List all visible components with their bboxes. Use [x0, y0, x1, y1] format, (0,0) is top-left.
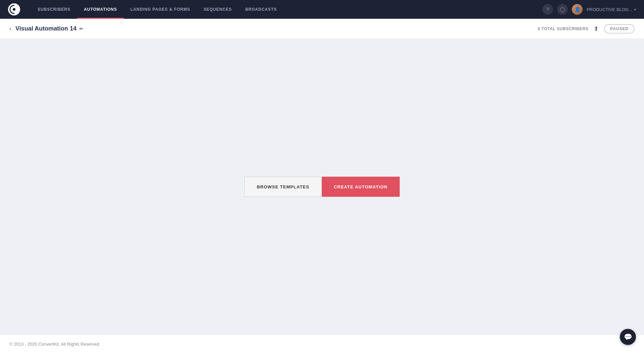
avatar[interactable]: 👤 [572, 4, 583, 15]
page-title: Visual Automation 14 [15, 25, 77, 32]
nav-automations[interactable]: AUTOMATIONS [77, 0, 124, 19]
subscribers-count: 0 TOTAL SUBSCRIBERS [538, 26, 588, 31]
page-title-container: Visual Automation 14 ✏ [15, 25, 83, 32]
chat-widget[interactable]: 💬 [620, 329, 636, 345]
nav-broadcasts[interactable]: BROADCASTS [239, 0, 284, 19]
create-automation-button[interactable]: CREATE AUTOMATION [322, 177, 400, 197]
avatar-image: 👤 [572, 4, 583, 15]
account-name: PRODUCTIVE BLOG... [587, 7, 632, 12]
nav-right: ? ◯ 👤 PRODUCTIVE BLOG... ▾ [542, 4, 636, 15]
svg-point-1 [13, 8, 15, 11]
nav-landing-pages[interactable]: LANDING PAGES & FORMS [124, 0, 197, 19]
paused-toggle[interactable]: PAUSED [604, 24, 635, 34]
footer: © 2013 - 2020 ConvertKit. All Rights Res… [0, 335, 644, 353]
chevron-down-icon: ▾ [634, 8, 636, 11]
notification-icon: ◯ [560, 7, 565, 12]
back-arrow-icon: ‹ [9, 25, 11, 32]
share-button[interactable]: ⬆ [594, 25, 599, 33]
subheader-right: 0 TOTAL SUBSCRIBERS ⬆ PAUSED [538, 24, 635, 34]
nav-subscribers[interactable]: SUBSCRIBERS [31, 0, 77, 19]
main-content: BROWSE TEMPLATES CREATE AUTOMATION [0, 39, 644, 335]
help-icon: ? [546, 7, 549, 12]
nav-sequences[interactable]: SEQUENCES [197, 0, 239, 19]
browse-templates-button[interactable]: BROWSE TEMPLATES [244, 177, 322, 197]
share-icon: ⬆ [594, 25, 599, 33]
nav-links: SUBSCRIBERS AUTOMATIONS LANDING PAGES & … [31, 0, 542, 19]
logo[interactable] [8, 3, 20, 15]
navbar: SUBSCRIBERS AUTOMATIONS LANDING PAGES & … [0, 0, 644, 19]
account-menu[interactable]: PRODUCTIVE BLOG... ▾ [587, 7, 636, 12]
subheader: ‹ Visual Automation 14 ✏ 0 TOTAL SUBSCRI… [0, 19, 644, 39]
help-button[interactable]: ? [542, 4, 553, 15]
back-button[interactable]: ‹ [9, 25, 11, 32]
chat-icon: 💬 [624, 333, 632, 341]
action-buttons: BROWSE TEMPLATES CREATE AUTOMATION [244, 177, 400, 197]
footer-copyright: © 2013 - 2020 ConvertKit. All Rights Res… [9, 342, 100, 347]
notification-button[interactable]: ◯ [557, 4, 568, 15]
edit-icon[interactable]: ✏ [79, 26, 83, 32]
